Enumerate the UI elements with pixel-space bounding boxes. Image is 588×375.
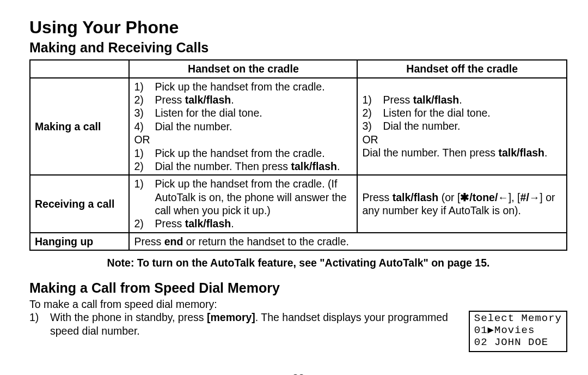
list-item: Press talk/flash.	[155, 217, 352, 230]
autotalk-note: Note: To turn on the AutoTalk feature, s…	[29, 256, 567, 269]
speed-dial-step-1: With the phone in standby, press [memory…	[50, 311, 455, 337]
list-item: Press talk/flash.	[383, 93, 562, 106]
section-heading-calls: Making and Receiving Calls	[29, 39, 567, 56]
list-item: Listen for the dial tone.	[383, 106, 562, 119]
list-item: Dial the number. Then press talk/flash.	[362, 146, 562, 159]
list-number: 2)	[134, 217, 149, 230]
list-number: 1)	[362, 93, 377, 106]
list-number: 1)	[134, 80, 149, 93]
or-separator: OR	[134, 133, 352, 146]
row-label-receiving-call: Receiving a call	[30, 175, 129, 233]
section-heading-speed-dial: Making a Call from Speed Dial Memory	[29, 280, 567, 297]
cell-making-on: 1) Pick up the handset from the cradle. …	[129, 78, 357, 176]
table-header-empty	[30, 60, 129, 77]
list-number: 3)	[362, 119, 377, 132]
speed-dial-intro: To make a call from speed dial memory:	[29, 298, 567, 311]
list-item: Dial the number.	[383, 119, 562, 132]
list-item: Pick up the handset from the cradle. (If…	[155, 177, 352, 217]
row-label-making-call: Making a call	[30, 78, 129, 176]
list-number: 1)	[134, 147, 149, 160]
list-number: 1)	[29, 311, 46, 337]
row-label-hanging-up: Hanging up	[30, 233, 129, 250]
list-number: 3)	[134, 106, 149, 119]
cell-making-off: 1) Press talk/flash. 2) Listen for the d…	[357, 78, 567, 176]
list-item: Pick up the handset from the cradle.	[155, 147, 352, 160]
list-item: Dial the number.	[155, 120, 352, 133]
list-number: 2)	[362, 106, 377, 119]
page-title: Using Your Phone	[29, 16, 567, 38]
list-number: 2)	[134, 93, 149, 106]
cell-hanging-up: Press end or return the handset to the c…	[129, 233, 567, 250]
calls-table: Handset on the cradle Handset off the cr…	[29, 59, 567, 251]
table-header-off-cradle: Handset off the cradle	[357, 60, 567, 77]
or-separator: OR	[362, 133, 562, 146]
cell-receiving-on: 1) Pick up the handset from the cradle. …	[129, 175, 357, 233]
list-item: Pick up the handset from the cradle.	[155, 80, 352, 93]
list-number: 2)	[134, 160, 149, 173]
page-number: 23	[29, 372, 567, 375]
list-number: 4)	[134, 120, 149, 133]
list-number: 1)	[134, 177, 149, 217]
table-header-on-cradle: Handset on the cradle	[129, 60, 357, 77]
list-item: Dial the number. Then press talk/flash.	[155, 160, 352, 173]
lcd-preview: Select Memory 01▶Movies 02 JOHN DOE	[469, 311, 567, 352]
cell-receiving-off: Press talk/flash (or [✱/tone/←], [#/→] o…	[357, 175, 567, 233]
list-item: Listen for the dial tone.	[155, 106, 352, 119]
list-item: Press talk/flash.	[155, 93, 352, 106]
